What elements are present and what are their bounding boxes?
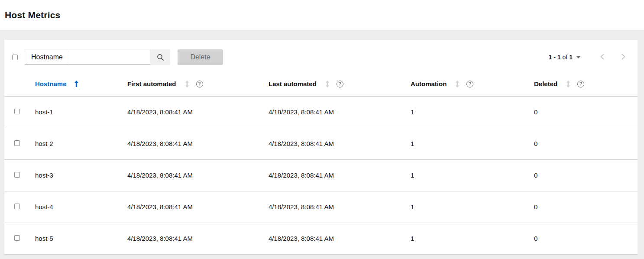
table-row: host-4 4/18/2023, 8:08:41 AM 4/18/2023, …: [4, 191, 638, 223]
pagination-menu-toggle[interactable]: 1 - 1 of 1: [546, 52, 583, 62]
first-automated-cell: 4/18/2023, 8:08:41 AM: [120, 159, 262, 191]
table-row: host-1 4/18/2023, 8:08:41 AM 4/18/2023, …: [4, 96, 638, 128]
column-header-hostname[interactable]: Hostname: [25, 72, 120, 96]
table-header-row: Hostname First automated ?: [4, 72, 638, 96]
page-body: Hostname Delete 1 - 1 of 1: [0, 30, 644, 255]
last-automated-cell: 4/18/2023, 8:08:41 AM: [262, 128, 404, 159]
automation-cell: 1: [404, 191, 527, 223]
last-automated-cell: 4/18/2023, 8:08:41 AM: [262, 191, 404, 223]
hostname-cell: host-4: [25, 191, 120, 223]
next-page-button[interactable]: [618, 52, 629, 63]
prev-page-button[interactable]: [597, 52, 608, 63]
table-row: host-3 4/18/2023, 8:08:41 AM 4/18/2023, …: [4, 159, 638, 191]
hostname-cell: host-2: [25, 128, 120, 159]
help-icon[interactable]: ?: [577, 81, 584, 87]
row-checkbox[interactable]: [14, 140, 20, 146]
sort-icon: [185, 81, 189, 87]
sort-icon: [325, 81, 330, 87]
column-label-last-automated: Last automated: [269, 80, 317, 87]
deleted-cell: 0: [527, 96, 638, 128]
hostname-cell: host-3: [25, 159, 120, 191]
row-checkbox[interactable]: [14, 172, 20, 178]
first-automated-cell: 4/18/2023, 8:08:41 AM: [120, 191, 262, 223]
filter-category-label: Hostname: [31, 53, 63, 61]
pagination-range: 1 - 1: [549, 54, 561, 61]
search-button[interactable]: [150, 49, 170, 65]
deleted-cell: 0: [527, 128, 638, 159]
last-automated-cell: 4/18/2023, 8:08:41 AM: [262, 96, 404, 128]
first-automated-cell: 4/18/2023, 8:08:41 AM: [120, 96, 262, 128]
column-label-hostname: Hostname: [35, 80, 67, 87]
deleted-cell: 0: [527, 223, 638, 254]
column-label-deleted: Deleted: [534, 80, 557, 87]
pagination-total: 1: [569, 54, 573, 61]
header-spacer-cell: [4, 72, 25, 96]
automation-cell: 1: [404, 223, 527, 254]
chevron-left-icon: [600, 54, 604, 60]
last-automated-cell: 4/18/2023, 8:08:41 AM: [262, 223, 404, 254]
row-checkbox[interactable]: [14, 109, 20, 114]
row-checkbox[interactable]: [14, 204, 20, 209]
chevron-right-icon: [621, 54, 625, 60]
caret-down-icon: [576, 56, 580, 58]
deleted-cell: 0: [527, 159, 638, 191]
hostname-cell: host-1: [25, 96, 120, 128]
delete-button[interactable]: Delete: [178, 49, 223, 65]
sort-ascending-icon: [74, 81, 79, 87]
automation-cell: 1: [404, 159, 527, 191]
column-header-last-automated[interactable]: Last automated ?: [262, 72, 404, 96]
page-header: Host Metrics: [0, 0, 644, 30]
sort-icon: [455, 81, 460, 87]
first-automated-cell: 4/18/2023, 8:08:41 AM: [120, 128, 262, 159]
page-title: Host Metrics: [5, 10, 60, 20]
column-label-first-automated: First automated: [127, 80, 176, 87]
search-icon: [157, 54, 164, 61]
help-icon[interactable]: ?: [466, 81, 473, 87]
first-automated-cell: 4/18/2023, 8:08:41 AM: [120, 223, 262, 254]
filter-category-select[interactable]: Hostname: [25, 49, 69, 65]
sort-icon: [566, 81, 570, 87]
last-automated-cell: 4/18/2023, 8:08:41 AM: [262, 159, 404, 191]
table-row: host-5 4/18/2023, 8:08:41 AM 4/18/2023, …: [4, 223, 638, 254]
deleted-cell: 0: [527, 191, 638, 223]
hostname-cell: host-5: [25, 223, 120, 254]
automation-cell: 1: [404, 128, 527, 159]
table-row: host-2 4/18/2023, 8:08:41 AM 4/18/2023, …: [4, 128, 638, 159]
row-checkbox[interactable]: [14, 235, 20, 241]
select-all-checkbox[interactable]: [12, 55, 18, 60]
column-label-automation: Automation: [411, 80, 447, 87]
search-input[interactable]: [69, 49, 150, 65]
help-icon[interactable]: ?: [196, 81, 203, 87]
host-metrics-table: Hostname First automated ?: [4, 72, 638, 255]
pagination-of-label: of: [563, 54, 568, 61]
column-header-automation[interactable]: Automation ?: [404, 72, 527, 96]
toolbar: Hostname Delete 1 - 1 of 1: [4, 40, 638, 72]
host-metrics-card: Hostname Delete 1 - 1 of 1: [4, 40, 638, 255]
pagination: 1 - 1 of 1: [546, 52, 631, 63]
automation-cell: 1: [404, 96, 527, 128]
column-header-first-automated[interactable]: First automated ?: [120, 72, 262, 96]
help-icon[interactable]: ?: [337, 81, 343, 87]
column-header-deleted[interactable]: Deleted ?: [527, 72, 638, 96]
